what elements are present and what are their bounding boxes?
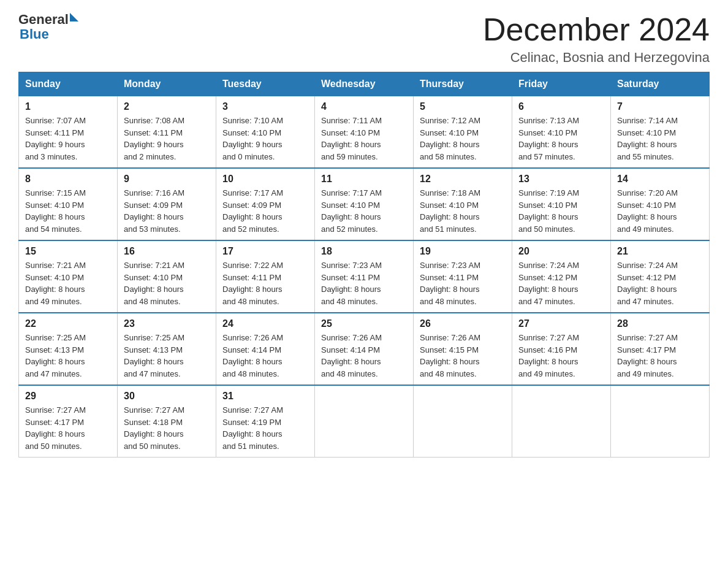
day-info: Sunrise: 7:23 AM Sunset: 4:11 PM Dayligh…	[321, 259, 407, 307]
calendar-cell: 21Sunrise: 7:24 AM Sunset: 4:12 PM Dayli…	[611, 240, 710, 313]
day-number: 11	[321, 174, 407, 185]
day-info: Sunrise: 7:12 AM Sunset: 4:10 PM Dayligh…	[420, 115, 506, 163]
calendar-cell: 18Sunrise: 7:23 AM Sunset: 4:11 PM Dayli…	[315, 240, 414, 313]
weekday-header-sunday: Sunday	[19, 72, 118, 96]
day-info: Sunrise: 7:27 AM Sunset: 4:19 PM Dayligh…	[222, 404, 308, 452]
day-info: Sunrise: 7:15 AM Sunset: 4:10 PM Dayligh…	[25, 187, 111, 235]
day-number: 12	[420, 174, 506, 185]
day-number: 1	[25, 101, 111, 112]
calendar-cell: 20Sunrise: 7:24 AM Sunset: 4:12 PM Dayli…	[512, 240, 611, 313]
day-info: Sunrise: 7:17 AM Sunset: 4:10 PM Dayligh…	[321, 187, 407, 235]
day-info: Sunrise: 7:08 AM Sunset: 4:11 PM Dayligh…	[124, 115, 210, 163]
day-number: 20	[518, 246, 604, 257]
day-number: 2	[124, 101, 210, 112]
day-number: 27	[518, 318, 604, 329]
calendar-cell	[315, 385, 414, 458]
day-info: Sunrise: 7:27 AM Sunset: 4:18 PM Dayligh…	[124, 404, 210, 452]
weekday-header-tuesday: Tuesday	[216, 72, 315, 96]
weekday-header-friday: Friday	[512, 72, 611, 96]
calendar-cell: 31Sunrise: 7:27 AM Sunset: 4:19 PM Dayli…	[216, 385, 315, 458]
day-number: 25	[321, 318, 407, 329]
day-number: 18	[321, 246, 407, 257]
calendar-cell: 8Sunrise: 7:15 AM Sunset: 4:10 PM Daylig…	[19, 168, 118, 240]
calendar-cell: 16Sunrise: 7:21 AM Sunset: 4:10 PM Dayli…	[118, 240, 216, 313]
calendar-cell: 2Sunrise: 7:08 AM Sunset: 4:11 PM Daylig…	[118, 96, 216, 169]
day-number: 31	[222, 391, 308, 402]
day-number: 6	[518, 101, 604, 112]
day-info: Sunrise: 7:17 AM Sunset: 4:09 PM Dayligh…	[222, 187, 308, 235]
calendar-cell: 22Sunrise: 7:25 AM Sunset: 4:13 PM Dayli…	[19, 313, 118, 385]
calendar-cell: 17Sunrise: 7:22 AM Sunset: 4:11 PM Dayli…	[216, 240, 315, 313]
day-number: 9	[124, 174, 210, 185]
calendar-cell: 15Sunrise: 7:21 AM Sunset: 4:10 PM Dayli…	[19, 240, 118, 313]
title-block: December 2024 Celinac, Bosnia and Herzeg…	[483, 12, 710, 66]
calendar-cell: 4Sunrise: 7:11 AM Sunset: 4:10 PM Daylig…	[315, 96, 414, 169]
day-info: Sunrise: 7:18 AM Sunset: 4:10 PM Dayligh…	[420, 187, 506, 235]
day-number: 4	[321, 101, 407, 112]
day-number: 26	[420, 318, 506, 329]
calendar-cell	[414, 385, 512, 458]
calendar-cell: 25Sunrise: 7:26 AM Sunset: 4:14 PM Dayli…	[315, 313, 414, 385]
day-info: Sunrise: 7:13 AM Sunset: 4:10 PM Dayligh…	[518, 115, 604, 163]
calendar-cell: 1Sunrise: 7:07 AM Sunset: 4:11 PM Daylig…	[19, 96, 118, 169]
logo-triangle-icon	[70, 13, 78, 21]
weekday-header-thursday: Thursday	[414, 72, 512, 96]
day-info: Sunrise: 7:21 AM Sunset: 4:10 PM Dayligh…	[25, 259, 111, 307]
day-info: Sunrise: 7:21 AM Sunset: 4:10 PM Dayligh…	[124, 259, 210, 307]
logo-text-blue: Blue	[20, 26, 49, 42]
day-number: 17	[222, 246, 308, 257]
calendar-week-row: 15Sunrise: 7:21 AM Sunset: 4:10 PM Dayli…	[19, 240, 710, 313]
day-info: Sunrise: 7:10 AM Sunset: 4:10 PM Dayligh…	[222, 115, 308, 163]
day-number: 28	[617, 318, 703, 329]
day-info: Sunrise: 7:24 AM Sunset: 4:12 PM Dayligh…	[518, 259, 604, 307]
day-number: 14	[617, 174, 703, 185]
day-number: 22	[25, 318, 111, 329]
day-number: 24	[222, 318, 308, 329]
page-header: General Blue December 2024 Celinac, Bosn…	[18, 12, 710, 66]
day-number: 30	[124, 391, 210, 402]
calendar-cell: 26Sunrise: 7:26 AM Sunset: 4:15 PM Dayli…	[414, 313, 512, 385]
calendar-week-row: 22Sunrise: 7:25 AM Sunset: 4:13 PM Dayli…	[19, 313, 710, 385]
day-number: 3	[222, 101, 308, 112]
calendar-cell: 28Sunrise: 7:27 AM Sunset: 4:17 PM Dayli…	[611, 313, 710, 385]
day-number: 19	[420, 246, 506, 257]
day-info: Sunrise: 7:19 AM Sunset: 4:10 PM Dayligh…	[518, 187, 604, 235]
weekday-header-row: SundayMondayTuesdayWednesdayThursdayFrid…	[19, 72, 710, 96]
day-info: Sunrise: 7:27 AM Sunset: 4:17 PM Dayligh…	[25, 404, 111, 452]
day-number: 7	[617, 101, 703, 112]
day-info: Sunrise: 7:26 AM Sunset: 4:14 PM Dayligh…	[321, 332, 407, 380]
calendar-cell: 12Sunrise: 7:18 AM Sunset: 4:10 PM Dayli…	[414, 168, 512, 240]
calendar-cell: 13Sunrise: 7:19 AM Sunset: 4:10 PM Dayli…	[512, 168, 611, 240]
month-title: December 2024	[483, 12, 710, 47]
day-number: 15	[25, 246, 111, 257]
calendar-cell: 7Sunrise: 7:14 AM Sunset: 4:10 PM Daylig…	[611, 96, 710, 169]
day-info: Sunrise: 7:25 AM Sunset: 4:13 PM Dayligh…	[124, 332, 210, 380]
calendar-table: SundayMondayTuesdayWednesdayThursdayFrid…	[18, 72, 710, 458]
day-number: 10	[222, 174, 308, 185]
weekday-header-wednesday: Wednesday	[315, 72, 414, 96]
day-info: Sunrise: 7:27 AM Sunset: 4:17 PM Dayligh…	[617, 332, 703, 380]
day-number: 23	[124, 318, 210, 329]
calendar-cell: 11Sunrise: 7:17 AM Sunset: 4:10 PM Dayli…	[315, 168, 414, 240]
day-info: Sunrise: 7:20 AM Sunset: 4:10 PM Dayligh…	[617, 187, 703, 235]
day-number: 29	[25, 391, 111, 402]
calendar-cell: 9Sunrise: 7:16 AM Sunset: 4:09 PM Daylig…	[118, 168, 216, 240]
calendar-week-row: 1Sunrise: 7:07 AM Sunset: 4:11 PM Daylig…	[19, 96, 710, 169]
calendar-cell: 3Sunrise: 7:10 AM Sunset: 4:10 PM Daylig…	[216, 96, 315, 169]
calendar-cell: 19Sunrise: 7:23 AM Sunset: 4:11 PM Dayli…	[414, 240, 512, 313]
calendar-cell: 5Sunrise: 7:12 AM Sunset: 4:10 PM Daylig…	[414, 96, 512, 169]
day-info: Sunrise: 7:14 AM Sunset: 4:10 PM Dayligh…	[617, 115, 703, 163]
weekday-header-saturday: Saturday	[611, 72, 710, 96]
day-info: Sunrise: 7:23 AM Sunset: 4:11 PM Dayligh…	[420, 259, 506, 307]
calendar-cell: 14Sunrise: 7:20 AM Sunset: 4:10 PM Dayli…	[611, 168, 710, 240]
logo: General Blue	[18, 12, 78, 42]
calendar-cell: 30Sunrise: 7:27 AM Sunset: 4:18 PM Dayli…	[118, 385, 216, 458]
weekday-header-monday: Monday	[118, 72, 216, 96]
day-number: 5	[420, 101, 506, 112]
day-info: Sunrise: 7:11 AM Sunset: 4:10 PM Dayligh…	[321, 115, 407, 163]
location-subtitle: Celinac, Bosnia and Herzegovina	[483, 50, 710, 66]
day-info: Sunrise: 7:26 AM Sunset: 4:15 PM Dayligh…	[420, 332, 506, 380]
calendar-cell: 27Sunrise: 7:27 AM Sunset: 4:16 PM Dayli…	[512, 313, 611, 385]
calendar-cell: 24Sunrise: 7:26 AM Sunset: 4:14 PM Dayli…	[216, 313, 315, 385]
day-info: Sunrise: 7:22 AM Sunset: 4:11 PM Dayligh…	[222, 259, 308, 307]
